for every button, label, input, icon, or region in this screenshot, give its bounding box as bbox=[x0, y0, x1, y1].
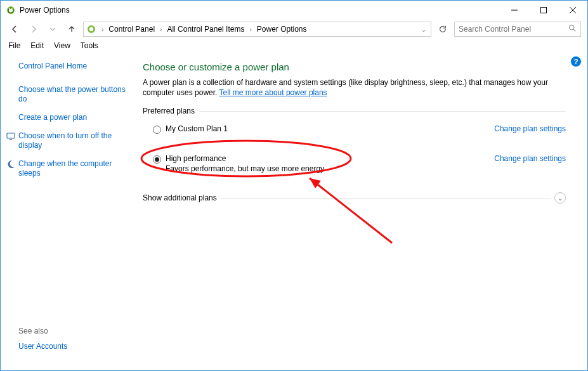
close-button[interactable] bbox=[558, 1, 587, 20]
breadcrumb-control-panel[interactable]: Control Panel bbox=[107, 25, 156, 34]
sidebar-link-power-buttons[interactable]: Choose what the power buttons do bbox=[18, 85, 129, 104]
menu-edit[interactable]: Edit bbox=[30, 41, 44, 50]
plan-description: Favors performance, but may use more ene… bbox=[166, 164, 494, 173]
breadcrumb-power-options[interactable]: Power Options bbox=[256, 25, 308, 34]
plan-radio-my-custom[interactable] bbox=[153, 126, 161, 134]
additional-plans-header[interactable]: Show additional plans ⌄ bbox=[143, 192, 566, 204]
menu-bar: File Edit View Tools bbox=[1, 39, 587, 53]
power-options-bc-icon bbox=[86, 24, 96, 34]
see-also-label: See also bbox=[18, 327, 129, 335]
expand-chevron-icon[interactable]: ⌄ bbox=[554, 192, 566, 204]
up-button[interactable] bbox=[64, 22, 79, 37]
chevron-right-icon[interactable]: › bbox=[101, 26, 103, 33]
chevron-right-icon[interactable]: › bbox=[249, 26, 251, 33]
main-panel: Choose or customize a power plan A power… bbox=[135, 53, 587, 369]
maximize-button[interactable] bbox=[529, 1, 558, 20]
sidebar: Control Panel Home Choose what the power… bbox=[1, 53, 135, 369]
separator-line bbox=[221, 198, 551, 199]
back-button[interactable] bbox=[7, 22, 22, 37]
svg-rect-2 bbox=[541, 8, 547, 13]
minimize-button[interactable] bbox=[500, 1, 529, 20]
breadcrumb-history-dropdown[interactable]: ⌵ bbox=[419, 26, 428, 33]
chevron-right-icon[interactable]: › bbox=[160, 26, 162, 33]
svg-point-4 bbox=[89, 27, 93, 31]
power-plan-row: My Custom Plan 1 Change plan settings bbox=[143, 119, 566, 139]
window-controls bbox=[500, 1, 587, 20]
plan-radio-high-performance[interactable] bbox=[153, 155, 161, 164]
change-plan-settings-link[interactable]: Change plan settings bbox=[494, 154, 566, 163]
see-also-user-accounts[interactable]: User Accounts bbox=[18, 342, 129, 351]
page-description: A power plan is a collection of hardware… bbox=[143, 77, 566, 98]
breadcrumb-all-items[interactable]: All Control Panel Items bbox=[166, 25, 245, 34]
search-icon[interactable] bbox=[568, 24, 577, 34]
title-bar: Power Options bbox=[1, 1, 587, 20]
plan-name[interactable]: My Custom Plan 1 bbox=[166, 124, 494, 133]
search-box[interactable] bbox=[454, 22, 581, 37]
control-panel-home-link[interactable]: Control Panel Home bbox=[18, 62, 129, 71]
menu-tools[interactable]: Tools bbox=[81, 41, 98, 50]
address-bar: › Control Panel › All Control Panel Item… bbox=[1, 20, 587, 39]
separator-line bbox=[199, 111, 566, 112]
additional-plans-label: Show additional plans bbox=[143, 193, 217, 202]
svg-point-5 bbox=[570, 25, 574, 30]
page-heading: Choose or customize a power plan bbox=[143, 62, 566, 72]
moon-icon bbox=[6, 159, 16, 169]
display-icon bbox=[6, 131, 16, 141]
window-title: Power Options bbox=[20, 6, 500, 15]
plan-name[interactable]: High performance bbox=[166, 154, 494, 163]
sidebar-link-turn-off-display[interactable]: Choose when to turn off the display bbox=[18, 131, 129, 150]
sidebar-link-computer-sleeps[interactable]: Change when the computer sleeps bbox=[18, 159, 129, 178]
recent-locations-button[interactable] bbox=[45, 22, 60, 37]
search-input[interactable] bbox=[459, 25, 568, 34]
power-plan-row: High performance Favors performance, but… bbox=[143, 149, 566, 178]
forward-button[interactable] bbox=[26, 22, 41, 37]
menu-view[interactable]: View bbox=[54, 41, 70, 50]
svg-rect-6 bbox=[7, 133, 15, 138]
change-plan-settings-link[interactable]: Change plan settings bbox=[494, 124, 566, 133]
description-text: A power plan is a collection of hardware… bbox=[143, 78, 548, 97]
refresh-button[interactable] bbox=[435, 22, 450, 37]
preferred-plans-header: Preferred plans bbox=[143, 107, 566, 115]
tell-me-more-link[interactable]: Tell me more about power plans bbox=[219, 88, 327, 97]
breadcrumb[interactable]: › Control Panel › All Control Panel Item… bbox=[83, 22, 431, 37]
svg-rect-7 bbox=[10, 139, 12, 140]
power-options-icon bbox=[6, 5, 16, 15]
menu-file[interactable]: File bbox=[8, 41, 20, 50]
sidebar-link-create-plan[interactable]: Create a power plan bbox=[18, 113, 129, 122]
content-area: ? Control Panel Home Choose what the pow… bbox=[1, 53, 587, 369]
preferred-plans-label: Preferred plans bbox=[143, 107, 195, 115]
